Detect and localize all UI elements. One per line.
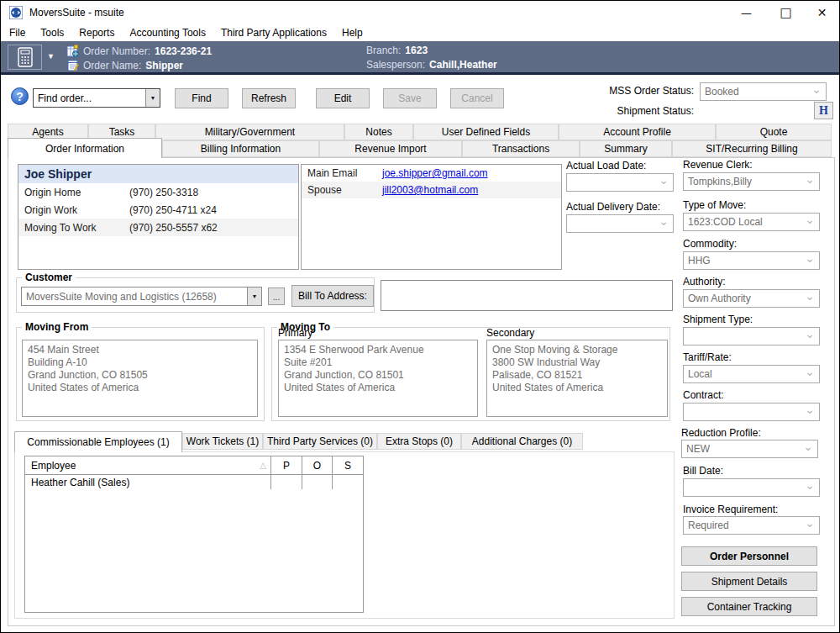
tab-transactions[interactable]: Transactions — [462, 140, 580, 157]
bottom-tab-strip: Commissionable Employees (1) Work Ticket… — [14, 433, 583, 454]
chevron-down-icon: ⌄ — [805, 483, 815, 488]
tab-work-tickets[interactable]: Work Tickets (1) — [182, 433, 263, 450]
chevron-down-icon: ⌄ — [805, 293, 815, 298]
menu-file[interactable]: File — [2, 25, 33, 40]
tab-extra-stops[interactable]: Extra Stops (0) — [377, 433, 461, 450]
find-button[interactable]: Find — [175, 88, 228, 108]
type-of-move-select[interactable]: 1623:COD Local ⌄ — [683, 213, 820, 231]
tariff-rate-label: Tariff/Rate: — [683, 351, 732, 363]
order-menu-caret-icon[interactable]: ▼ — [47, 52, 55, 61]
customer-lookup-button[interactable]: ... — [268, 287, 285, 305]
history-button[interactable]: H — [814, 102, 833, 119]
tab-military-government[interactable]: Military/Government — [155, 124, 344, 140]
moving-from-label: Moving From — [22, 321, 92, 333]
container-tracking-button[interactable]: Container Tracking — [681, 597, 817, 616]
refresh-button[interactable]: Refresh — [242, 88, 296, 108]
revenue-clerk-label: Revenue Clerk: — [683, 159, 753, 171]
order-number-row: Order Number: 1623-236-21 — [66, 45, 212, 57]
chevron-down-icon: ⌄ — [803, 444, 813, 449]
find-order-input[interactable]: Find order... — [34, 89, 145, 107]
employees-table: Employee △ P O S Heather Cahill (Sales) — [24, 456, 364, 613]
menu-accounting-tools[interactable]: Accounting Tools — [122, 25, 213, 40]
order-personnel-button[interactable]: Order Personnel — [681, 546, 817, 566]
invoice-requirement-value: Required — [688, 520, 729, 531]
shipper-name-header: Joe Shipper — [18, 165, 298, 183]
invoice-requirement-select[interactable]: Required ⌄ — [683, 516, 820, 535]
mss-order-status-value: Booked — [705, 86, 739, 98]
phone-row: Origin Home (970) 250-3318 — [18, 183, 298, 201]
email-row: Spouse jill2003@hotmail.com — [302, 182, 561, 198]
customer-dropdown-arrow-icon[interactable]: ▼ — [247, 287, 261, 305]
tab-summary[interactable]: Summary — [580, 140, 672, 157]
tab-commissionable-employees[interactable]: Commissionable Employees (1) — [14, 431, 182, 452]
contract-select[interactable]: ⌄ — [683, 403, 820, 421]
order-menu-button[interactable] — [8, 45, 42, 70]
p-column-header[interactable]: P — [270, 456, 302, 474]
employee-column-header[interactable]: Employee △ — [25, 456, 270, 474]
email-link[interactable]: joe.shipper@gmail.com — [382, 167, 488, 179]
phone-label: Origin Home — [18, 187, 129, 198]
o-cell — [302, 475, 332, 489]
s-column-header[interactable]: S — [332, 456, 363, 474]
email-link[interactable]: jill2003@hotmail.com — [382, 184, 478, 196]
tab-sit-recurring-billing[interactable]: SIT/Recurring Billing — [672, 140, 832, 157]
salesperson-row: Salesperson: Cahill,Heather — [366, 59, 497, 71]
customer-select[interactable]: MoversSuite Moving and Logistics (12658)… — [21, 287, 262, 306]
secondary-label: Secondary — [486, 327, 534, 339]
bill-date-select[interactable]: ⌄ — [683, 478, 820, 497]
menu-help[interactable]: Help — [334, 25, 370, 40]
phone-label: Moving To Work — [18, 222, 129, 234]
bill-to-address-button[interactable]: Bill To Address: — [291, 285, 374, 307]
o-column-header[interactable]: O — [302, 456, 332, 474]
actual-load-date-label: Actual Load Date: — [566, 160, 646, 171]
tab-user-defined-fields[interactable]: User Defined Fields — [413, 124, 559, 140]
tab-revenue-import[interactable]: Revenue Import — [319, 140, 462, 157]
mss-order-status-select[interactable]: Booked ⌄ — [700, 82, 827, 101]
primary-label: Primary — [278, 327, 312, 339]
phone-value: (970) 250-4711 x24 — [129, 204, 217, 216]
menu-tools[interactable]: Tools — [33, 25, 71, 40]
find-order-combo[interactable]: Find order... ▼ — [33, 88, 160, 108]
chevron-down-icon: ⌄ — [659, 219, 669, 224]
tab-additional-charges[interactable]: Additional Charges (0) — [461, 433, 583, 450]
tab-account-profile[interactable]: Account Profile — [559, 124, 716, 140]
tariff-rate-select[interactable]: Local ⌄ — [683, 365, 820, 383]
tab-billing-information[interactable]: Billing Information — [162, 140, 319, 157]
shipment-type-select[interactable]: ⌄ — [683, 327, 820, 346]
reduction-profile-select[interactable]: NEW ⌄ — [681, 440, 818, 458]
chevron-down-icon: ⌄ — [659, 177, 669, 182]
tab-third-party-services[interactable]: Third Party Services (0) — [263, 433, 377, 450]
moving-to-secondary-address: One Stop Moving & Storage 3800 SW Indust… — [486, 340, 668, 417]
close-button[interactable]: ✕ — [803, 1, 840, 24]
app-logo-icon — [9, 6, 23, 19]
maximize-button[interactable]: □ — [767, 1, 805, 24]
branch-row: Branch: 1623 — [366, 45, 428, 56]
actual-load-date-select[interactable]: ⌄ — [566, 173, 674, 192]
tab-order-information[interactable]: Order Information — [8, 138, 162, 158]
help-icon[interactable]: ? — [11, 87, 29, 105]
window-title: MoversSuite - msuite — [29, 7, 124, 18]
menu-reports[interactable]: Reports — [71, 25, 122, 40]
edit-button[interactable]: Edit — [316, 88, 370, 108]
customer-group-label: Customer — [22, 272, 76, 283]
authority-label: Authority: — [683, 276, 726, 287]
find-order-dropdown-arrow-icon[interactable]: ▼ — [145, 89, 160, 107]
calculator-icon — [17, 47, 34, 67]
actual-delivery-date-select[interactable]: ⌄ — [566, 214, 674, 233]
commodity-select[interactable]: HHG ⌄ — [683, 251, 820, 270]
menu-bar: File Tools Reports Accounting Tools Thir… — [1, 24, 839, 41]
menu-third-party-applications[interactable]: Third Party Applications — [213, 25, 334, 40]
revenue-clerk-select[interactable]: Tompkins,Billy ⌄ — [683, 172, 820, 191]
minimize-button[interactable]: — — [727, 1, 765, 24]
p-cell — [270, 475, 302, 489]
chevron-down-icon: ⌄ — [805, 407, 815, 412]
order-header-band: ▼ Order Number: 1623-236-21 Order Name: … — [1, 41, 839, 75]
tab-notes[interactable]: Notes — [344, 124, 413, 140]
tab-quote[interactable]: Quote — [716, 124, 832, 140]
phone-value: (970) 250-3318 — [129, 187, 198, 198]
bill-to-address-field[interactable] — [381, 280, 673, 311]
table-row[interactable]: Heather Cahill (Sales) — [25, 475, 363, 489]
authority-select[interactable]: Own Authority ⌄ — [683, 289, 820, 308]
bill-date-label: Bill Date: — [683, 465, 723, 477]
shipment-details-button[interactable]: Shipment Details — [681, 572, 817, 591]
